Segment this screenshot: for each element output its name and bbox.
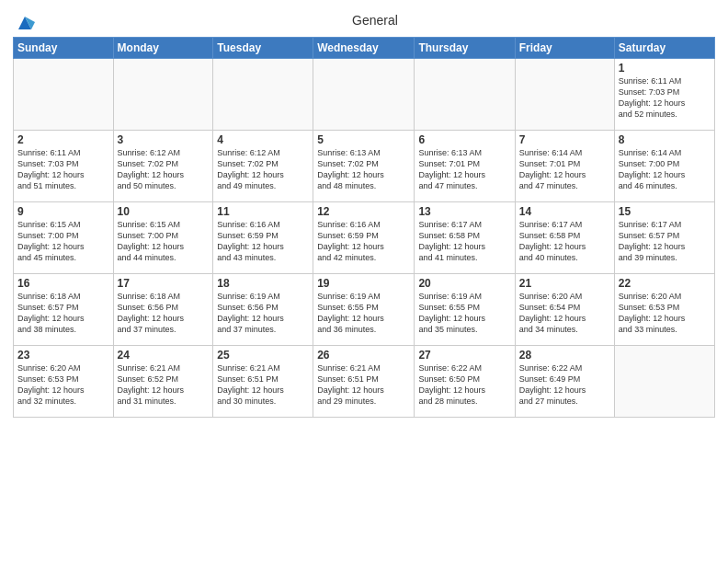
day-info: Sunrise: 6:19 AM Sunset: 6:56 PM Dayligh… [217,291,309,336]
calendar-cell: 1Sunrise: 6:11 AM Sunset: 7:03 PM Daylig… [614,59,714,131]
day-info: Sunrise: 6:19 AM Sunset: 6:55 PM Dayligh… [418,291,510,336]
day-info: Sunrise: 6:12 AM Sunset: 7:02 PM Dayligh… [217,147,309,192]
day-number: 7 [519,133,610,146]
calendar-cell: 17Sunrise: 6:18 AM Sunset: 6:56 PM Dayli… [113,274,213,346]
calendar-cell: 25Sunrise: 6:21 AM Sunset: 6:51 PM Dayli… [213,346,313,418]
day-info: Sunrise: 6:22 AM Sunset: 6:50 PM Dayligh… [418,362,510,408]
calendar-cell: 11Sunrise: 6:16 AM Sunset: 6:59 PM Dayli… [213,202,313,274]
calendar-cell [313,59,415,131]
calendar-cell: 14Sunrise: 6:17 AM Sunset: 6:58 PM Dayli… [515,202,614,274]
calendar-cell: 22Sunrise: 6:20 AM Sunset: 6:53 PM Dayli… [614,274,714,346]
weekday-header-saturday: Saturday [614,38,714,59]
calendar-cell: 20Sunrise: 6:19 AM Sunset: 6:55 PM Dayli… [415,274,515,346]
calendar-cell [614,346,714,418]
day-number: 2 [17,133,109,146]
calendar-cell [213,59,313,131]
day-number: 22 [619,277,711,290]
day-number: 19 [317,277,410,290]
calendar-cell [515,59,614,131]
day-number: 15 [619,205,711,218]
day-number: 21 [519,277,610,290]
logo-icon [15,13,35,33]
day-info: Sunrise: 6:17 AM Sunset: 6:58 PM Dayligh… [418,219,510,264]
day-info: Sunrise: 6:21 AM Sunset: 6:51 PM Dayligh… [217,362,309,408]
day-number: 8 [619,133,711,146]
day-number: 1 [619,62,711,75]
weekday-header-thursday: Thursday [415,38,515,59]
calendar-cell: 3Sunrise: 6:12 AM Sunset: 7:02 PM Daylig… [113,131,213,202]
calendar-cell: 18Sunrise: 6:19 AM Sunset: 6:56 PM Dayli… [213,274,313,346]
day-number: 9 [17,205,109,218]
calendar-cell: 24Sunrise: 6:21 AM Sunset: 6:52 PM Dayli… [113,346,213,418]
day-number: 3 [118,133,210,146]
day-info: Sunrise: 6:17 AM Sunset: 6:58 PM Dayligh… [519,219,610,264]
day-number: 13 [418,205,510,218]
calendar-cell: 9Sunrise: 6:15 AM Sunset: 7:00 PM Daylig… [14,202,114,274]
calendar-cell [14,59,114,131]
day-number: 10 [118,205,210,218]
calendar-cell: 12Sunrise: 6:16 AM Sunset: 6:59 PM Dayli… [313,202,415,274]
day-number: 6 [418,133,510,146]
calendar-cell: 2Sunrise: 6:11 AM Sunset: 7:03 PM Daylig… [14,131,114,202]
calendar-cell: 16Sunrise: 6:18 AM Sunset: 6:57 PM Dayli… [14,274,114,346]
calendar-cell: 19Sunrise: 6:19 AM Sunset: 6:55 PM Dayli… [313,274,415,346]
calendar-cell: 21Sunrise: 6:20 AM Sunset: 6:54 PM Dayli… [515,274,614,346]
day-info: Sunrise: 6:22 AM Sunset: 6:49 PM Dayligh… [519,362,610,408]
day-number: 27 [418,349,510,362]
weekday-header-monday: Monday [113,38,213,59]
day-info: Sunrise: 6:13 AM Sunset: 7:01 PM Dayligh… [418,147,510,192]
day-info: Sunrise: 6:11 AM Sunset: 7:03 PM Dayligh… [17,147,109,192]
calendar-cell: 28Sunrise: 6:22 AM Sunset: 6:49 PM Dayli… [515,346,614,418]
day-info: Sunrise: 6:20 AM Sunset: 6:53 PM Dayligh… [619,291,711,336]
day-number: 18 [217,277,309,290]
day-info: Sunrise: 6:15 AM Sunset: 7:00 PM Dayligh… [118,219,210,264]
day-info: Sunrise: 6:13 AM Sunset: 7:02 PM Dayligh… [317,147,410,192]
logo [13,13,35,33]
day-info: Sunrise: 6:21 AM Sunset: 6:52 PM Dayligh… [118,362,210,408]
calendar-cell: 10Sunrise: 6:15 AM Sunset: 7:00 PM Dayli… [113,202,213,274]
day-info: Sunrise: 6:17 AM Sunset: 6:57 PM Dayligh… [619,219,711,264]
day-info: Sunrise: 6:14 AM Sunset: 7:01 PM Dayligh… [519,147,610,192]
day-number: 28 [519,349,610,362]
day-number: 5 [317,133,410,146]
weekday-header-tuesday: Tuesday [213,38,313,59]
day-info: Sunrise: 6:16 AM Sunset: 6:59 PM Dayligh… [217,219,309,264]
day-number: 24 [118,349,210,362]
calendar-cell [113,59,213,131]
calendar-cell: 4Sunrise: 6:12 AM Sunset: 7:02 PM Daylig… [213,131,313,202]
calendar-cell: 5Sunrise: 6:13 AM Sunset: 7:02 PM Daylig… [313,131,415,202]
day-info: Sunrise: 6:18 AM Sunset: 6:56 PM Dayligh… [118,291,210,336]
calendar-cell: 8Sunrise: 6:14 AM Sunset: 7:00 PM Daylig… [614,131,714,202]
weekday-header-wednesday: Wednesday [313,38,415,59]
day-number: 16 [17,277,109,290]
day-info: Sunrise: 6:14 AM Sunset: 7:00 PM Dayligh… [619,147,711,192]
day-info: Sunrise: 6:15 AM Sunset: 7:00 PM Dayligh… [17,219,109,264]
day-number: 4 [217,133,309,146]
calendar-week-1: 1Sunrise: 6:11 AM Sunset: 7:03 PM Daylig… [14,59,715,131]
calendar-week-3: 9Sunrise: 6:15 AM Sunset: 7:00 PM Daylig… [14,202,715,274]
day-info: Sunrise: 6:16 AM Sunset: 6:59 PM Dayligh… [317,219,410,264]
calendar-cell: 7Sunrise: 6:14 AM Sunset: 7:01 PM Daylig… [515,131,614,202]
weekday-header-sunday: Sunday [14,38,114,59]
day-info: Sunrise: 6:12 AM Sunset: 7:02 PM Dayligh… [118,147,210,192]
calendar-cell: 15Sunrise: 6:17 AM Sunset: 6:57 PM Dayli… [614,202,714,274]
calendar-week-2: 2Sunrise: 6:11 AM Sunset: 7:03 PM Daylig… [14,131,715,202]
day-info: Sunrise: 6:20 AM Sunset: 6:54 PM Dayligh… [519,291,610,336]
weekday-header-friday: Friday [515,38,614,59]
calendar-cell: 27Sunrise: 6:22 AM Sunset: 6:50 PM Dayli… [415,346,515,418]
calendar-header-row: SundayMondayTuesdayWednesdayThursdayFrid… [14,38,715,59]
calendar-week-5: 23Sunrise: 6:20 AM Sunset: 6:53 PM Dayli… [14,346,715,418]
day-number: 23 [17,349,109,362]
day-info: Sunrise: 6:19 AM Sunset: 6:55 PM Dayligh… [317,291,410,336]
day-number: 11 [217,205,309,218]
calendar-table: SundayMondayTuesdayWednesdayThursdayFrid… [13,37,715,418]
day-number: 14 [519,205,610,218]
calendar-cell [415,59,515,131]
calendar-week-4: 16Sunrise: 6:18 AM Sunset: 6:57 PM Dayli… [14,274,715,346]
day-number: 17 [118,277,210,290]
calendar-cell: 6Sunrise: 6:13 AM Sunset: 7:01 PM Daylig… [415,131,515,202]
day-number: 20 [418,277,510,290]
day-info: Sunrise: 6:18 AM Sunset: 6:57 PM Dayligh… [17,291,109,336]
day-info: Sunrise: 6:11 AM Sunset: 7:03 PM Dayligh… [619,75,711,121]
day-info: Sunrise: 6:21 AM Sunset: 6:51 PM Dayligh… [317,362,410,408]
